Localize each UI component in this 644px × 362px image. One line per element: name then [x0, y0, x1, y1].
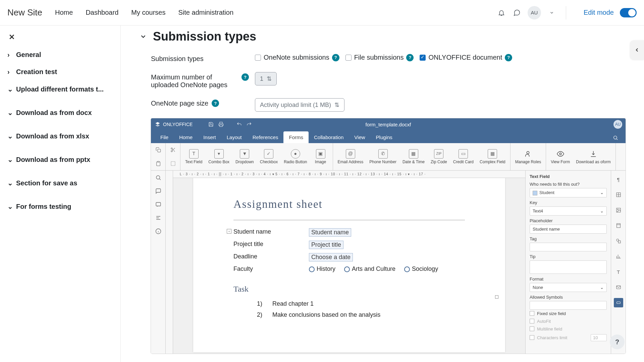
radio-arts[interactable]: Arts and Culture: [344, 265, 395, 273]
paste-icon[interactable]: [151, 157, 165, 171]
key-input[interactable]: Text4⌄: [530, 206, 607, 216]
print-icon[interactable]: [216, 119, 226, 129]
rb-text-field[interactable]: TText Field: [183, 148, 204, 166]
checkbox[interactable]: [420, 55, 426, 61]
paragraph-icon[interactable]: ¶: [614, 175, 623, 184]
sidebar-item-dl-pptx[interactable]: ⌄Download as from pptx: [3, 151, 117, 168]
site-brand[interactable]: New Site: [7, 7, 42, 18]
rb-image[interactable]: ▣Image: [311, 148, 330, 166]
select-max-pages[interactable]: 1⇅: [255, 72, 277, 85]
oo-user-avatar[interactable]: AU: [613, 120, 622, 129]
shape-icon[interactable]: [614, 236, 623, 246]
select-icon[interactable]: [166, 157, 180, 171]
drawer-toggle[interactable]: [630, 40, 644, 60]
sidebar-item-dl-docx[interactable]: ⌄Download as from docx: [3, 104, 117, 121]
rb-roles[interactable]: Manage Roles: [513, 148, 543, 166]
checkbox[interactable]: [345, 55, 352, 61]
close-icon[interactable]: ✕: [9, 33, 117, 42]
chat-icon[interactable]: [155, 201, 161, 207]
project-title-field[interactable]: Project title: [309, 241, 343, 249]
select-page-size[interactable]: Activity upload limit (1 MB)⇅: [255, 98, 344, 112]
comments-icon[interactable]: [155, 188, 161, 194]
document-page[interactable]: Assignment sheet + Student nameStudent n…: [193, 178, 505, 352]
table-icon[interactable]: [614, 190, 623, 199]
redo-icon[interactable]: [244, 119, 254, 129]
table-handle-icon[interactable]: +: [227, 229, 231, 234]
format-select[interactable]: None⌄: [530, 283, 607, 292]
headings-icon[interactable]: [155, 215, 161, 221]
radio-sociology[interactable]: Sociology: [404, 265, 438, 273]
tab-view[interactable]: View: [349, 131, 370, 143]
rb-date[interactable]: ▦Date & Time: [400, 148, 427, 166]
sidebar-item-upload[interactable]: ⌄Upload different formats t...: [3, 80, 117, 98]
placeholder-input[interactable]: Student name: [530, 225, 607, 234]
help-icon[interactable]: ?: [241, 73, 249, 81]
chart-icon[interactable]: [614, 252, 623, 261]
tab-layout[interactable]: Layout: [221, 131, 247, 143]
rb-email[interactable]: @Email Address: [336, 148, 366, 166]
tab-insert[interactable]: Insert: [198, 131, 221, 143]
chk-fixed[interactable]: Fixed size field: [530, 310, 607, 317]
copy-icon[interactable]: [151, 143, 165, 157]
cut-icon[interactable]: [166, 143, 180, 157]
undo-icon[interactable]: [234, 119, 244, 129]
chat-icon[interactable]: [512, 8, 522, 17]
chevron-down-icon[interactable]: [547, 8, 556, 17]
sidebar-item-general[interactable]: ›General: [3, 46, 117, 63]
rb-card[interactable]: ▭Credit Card: [451, 148, 476, 166]
help-button[interactable]: ?: [610, 335, 625, 349]
image-icon[interactable]: [614, 205, 623, 215]
nav-mycourses[interactable]: My courses: [131, 9, 165, 16]
tab-forms[interactable]: Forms: [283, 131, 309, 143]
find-icon[interactable]: [155, 175, 161, 181]
student-name-field[interactable]: Student name: [309, 228, 351, 237]
help-icon[interactable]: ?: [505, 54, 512, 61]
opt-file[interactable]: File submissions?: [345, 54, 414, 61]
who-select[interactable]: Student⌄: [530, 188, 607, 197]
rb-view-form[interactable]: View Form: [549, 148, 572, 166]
help-icon[interactable]: ?: [212, 100, 219, 107]
checkbox[interactable]: [255, 55, 261, 61]
search-icon[interactable]: [609, 132, 622, 143]
user-avatar[interactable]: AU: [528, 6, 541, 19]
tab-file[interactable]: File: [155, 131, 174, 143]
nav-home[interactable]: Home: [55, 9, 73, 16]
oo-logo[interactable]: ONLYOFFICE: [155, 122, 193, 127]
opt-onlyoffice[interactable]: ONLYOFFICE document?: [420, 54, 512, 61]
rb-dropdown[interactable]: ▼Dropdown: [233, 148, 256, 166]
rb-zip[interactable]: ZIPZip Code: [429, 148, 449, 166]
tab-home[interactable]: Home: [174, 131, 198, 143]
nav-dashboard[interactable]: Dashboard: [86, 9, 118, 16]
allowed-input[interactable]: [530, 301, 607, 310]
mail-icon[interactable]: [614, 283, 623, 292]
sidebar-item-dl-xlsx[interactable]: ⌄Download as from xlsx: [3, 127, 117, 145]
section-header[interactable]: Submission types: [140, 29, 644, 44]
rb-combo[interactable]: ▾Combo Box: [206, 148, 231, 166]
radio-history[interactable]: History: [309, 265, 335, 273]
rb-complex[interactable]: ▦Complex Field: [478, 148, 507, 166]
rb-radio[interactable]: ●Radio Button: [282, 148, 309, 166]
sidebar-item-forms[interactable]: ⌄For forms testing: [3, 198, 117, 215]
tab-plugins[interactable]: Plugins: [371, 131, 398, 143]
nav-siteadmin[interactable]: Site administration: [178, 9, 234, 16]
resize-handle-icon[interactable]: [495, 295, 498, 299]
edit-mode-toggle[interactable]: [620, 8, 637, 17]
sidebar-item-saveas[interactable]: ⌄Section for save as: [3, 174, 117, 192]
document-canvas[interactable]: Assignment sheet + Student nameStudent n…: [173, 178, 525, 354]
bell-icon[interactable]: [497, 8, 506, 17]
tag-input[interactable]: [530, 243, 607, 251]
save-icon[interactable]: [206, 119, 216, 129]
opt-onenote[interactable]: OneNote submissions?: [255, 54, 339, 61]
rb-phone[interactable]: ✆Phone Number: [367, 148, 398, 166]
tab-references[interactable]: References: [247, 131, 284, 143]
header-icon[interactable]: [614, 221, 623, 230]
sidebar-item-creation[interactable]: ›Creation test: [3, 63, 117, 80]
help-icon[interactable]: ?: [406, 54, 414, 61]
tab-collaboration[interactable]: Collaboration: [309, 131, 349, 143]
deadline-field[interactable]: Choose a date: [309, 253, 353, 261]
rb-checkbox[interactable]: ✓Checkbox: [258, 148, 280, 166]
tip-input[interactable]: [530, 260, 607, 274]
rb-download-oform[interactable]: Download as oform: [574, 148, 612, 166]
info-icon[interactable]: [155, 228, 161, 234]
form-settings-icon[interactable]: [614, 298, 623, 307]
